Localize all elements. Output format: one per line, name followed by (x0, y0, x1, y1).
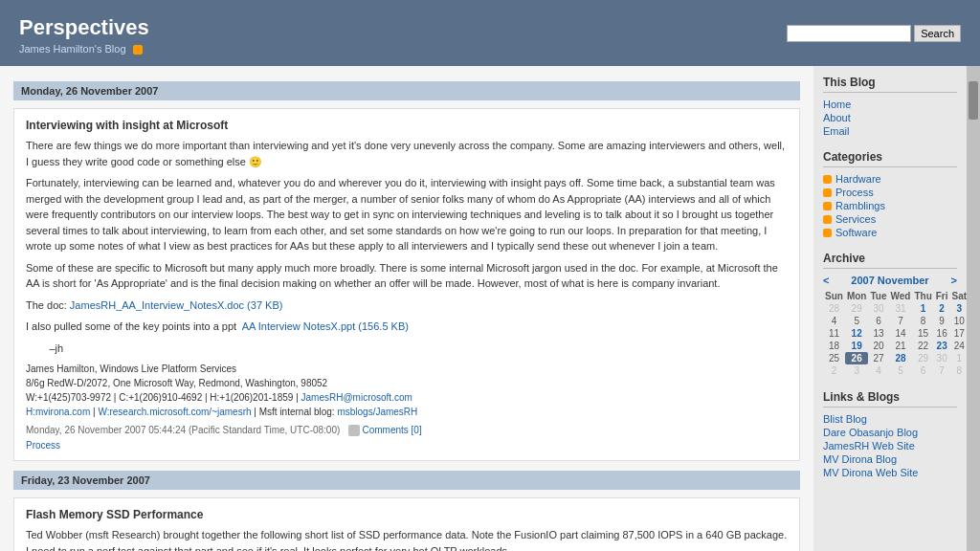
cat-link-services[interactable]: Services (835, 213, 876, 225)
main-layout: Monday, 26 November 2007 Interviewing wi… (0, 66, 980, 551)
sidebar-link-home[interactable]: Home (823, 99, 957, 110)
cal-day[interactable]: 28 (888, 352, 912, 364)
home-link[interactable]: H:mvirona.com (26, 407, 90, 417)
blog-link-blist[interactable]: Blist Blog (823, 413, 957, 425)
post-tags-1: Process (26, 440, 788, 451)
blog-link-jamesrh[interactable]: JamesRH Web Site (823, 440, 957, 452)
sidebar-link-email[interactable]: Email (823, 125, 957, 137)
cal-next-button[interactable]: > (951, 275, 957, 286)
cal-week-5: 25 26 27 28 29 30 1 (823, 352, 969, 364)
rss-icon-services (823, 215, 832, 224)
calendar-table: Sun Mon Tue Wed Thu Fri Sat 28 29 30 31 (823, 290, 969, 377)
archive-section: Archive < 2007 November > Sun Mon Tue We… (823, 252, 957, 377)
cal-day: 16 (934, 327, 950, 340)
cal-day: 5 (845, 315, 869, 327)
categories-heading: Categories (823, 150, 957, 167)
post-title-1: Interviewing with insight at Microsoft (26, 119, 788, 132)
contact-block: James Hamilton, Windows Live Platform Se… (26, 362, 788, 419)
cat-link-software[interactable]: Software (835, 227, 877, 238)
cat-services: Services (823, 213, 957, 225)
categories-section: Categories Hardware Process Ramblings Se… (823, 150, 957, 238)
cal-header-wed: Wed (888, 290, 912, 302)
calendar-nav: < 2007 November > (823, 275, 957, 286)
blog-link-mv-dirona[interactable]: MV Dirona Blog (823, 453, 957, 465)
cal-day: 15 (912, 327, 933, 340)
cal-day[interactable]: 2 (934, 302, 950, 315)
tag-process[interactable]: Process (26, 440, 60, 451)
cal-day[interactable]: 26 (845, 352, 869, 364)
cal-day: 29 (912, 352, 933, 364)
cal-day: 8 (912, 315, 933, 327)
cal-day: 20 (868, 340, 888, 352)
cal-day: 6 (868, 315, 888, 327)
cal-day: 4 (823, 315, 845, 327)
doc-link-1[interactable]: JamesRH_AA_Interview_NotesX.doc (37 KB) (70, 299, 283, 311)
cal-week-6: 2 3 4 5 6 7 8 (823, 364, 969, 377)
post-2: Flash Memory SSD Performance Ted Wobber … (13, 497, 800, 551)
this-blog-heading: This Blog (823, 76, 957, 93)
sidebar-link-about[interactable]: About (823, 112, 957, 123)
links-blogs-section: Links & Blogs Blist Blog Dare Obasanjo B… (823, 390, 957, 478)
post-body-2: Ted Wobber (msft Research) brought toget… (26, 527, 788, 551)
cal-day: 22 (912, 340, 933, 352)
cal-day: 30 (868, 302, 888, 315)
rss-icon-software (823, 229, 832, 237)
cal-day: 9 (934, 315, 950, 327)
links-blogs-heading: Links & Blogs (823, 390, 957, 408)
internal-blog-link[interactable]: msblogs/JamesRH (337, 407, 417, 417)
cal-day: 7 (888, 315, 912, 327)
cat-link-ramblings[interactable]: Ramblings (835, 200, 885, 211)
cal-day: 13 (868, 327, 888, 340)
cal-month-label: 2007 November (851, 275, 928, 286)
cal-day: 27 (868, 352, 888, 364)
cal-day[interactable]: 23 (934, 340, 950, 352)
search-button[interactable]: Search (914, 25, 961, 42)
cal-day: 29 (845, 302, 869, 315)
email-link[interactable]: JamesRH@microsoft.com (301, 392, 412, 403)
content-area: Monday, 26 November 2007 Interviewing wi… (0, 66, 813, 551)
cal-day: 3 (845, 364, 869, 377)
cal-day: 7 (934, 364, 950, 377)
rss-icon-hardware (823, 175, 832, 184)
cal-header-fri: Fri (934, 290, 950, 302)
ppt-link-1[interactable]: AA Interview NotesX.ppt (156.5 KB) (242, 320, 409, 332)
cal-day: 31 (888, 302, 912, 315)
scrollbar[interactable] (967, 66, 980, 551)
cal-day: 28 (823, 302, 845, 315)
rss-icon-process (823, 188, 832, 197)
archive-heading: Archive (823, 252, 957, 269)
header-branding: Perspectives James Hamilton's Blog (19, 15, 149, 55)
cal-day[interactable]: 19 (845, 340, 869, 352)
cal-header-mon: Mon (845, 290, 869, 302)
blog-link-mv-dirona-web[interactable]: MV Dirona Web Site (823, 467, 957, 478)
cal-day: 6 (912, 364, 933, 377)
date-header-1: Monday, 26 November 2007 (13, 81, 800, 100)
cal-day: 2 (823, 364, 845, 377)
cal-day[interactable]: 1 (912, 302, 933, 315)
comments-link-1[interactable]: Comments [0] (362, 425, 421, 435)
date-header-2: Friday, 23 November 2007 (13, 471, 800, 490)
scrollbar-thumb[interactable] (969, 81, 978, 120)
cat-link-hardware[interactable]: Hardware (835, 173, 881, 185)
cal-day: 14 (888, 327, 912, 340)
cal-header-thu: Thu (912, 290, 933, 302)
cal-prev-button[interactable]: < (823, 275, 829, 286)
cal-day: 21 (888, 340, 912, 352)
site-subtitle: James Hamilton's Blog (19, 43, 149, 55)
sidebar: This Blog Home About Email Categories Ha… (813, 66, 967, 551)
cal-day[interactable]: 12 (845, 327, 869, 340)
post-1: Interviewing with insight at Microsoft T… (13, 108, 800, 461)
cat-link-process[interactable]: Process (835, 187, 874, 198)
cat-software: Software (823, 227, 957, 238)
search-box: Search (787, 25, 961, 42)
cal-header-sun: Sun (823, 290, 845, 302)
blog-link-dare[interactable]: Dare Obasanjo Blog (823, 427, 957, 438)
cat-process: Process (823, 187, 957, 198)
cal-week-1: 28 29 30 31 1 2 3 (823, 302, 969, 315)
cal-day: 30 (934, 352, 950, 364)
search-input[interactable] (787, 25, 911, 42)
cal-day: 11 (823, 327, 845, 340)
research-link[interactable]: W:research.microsoft.com/~jamesrh (98, 407, 251, 417)
rss-icon[interactable] (133, 45, 143, 55)
header: Perspectives James Hamilton's Blog Searc… (0, 0, 980, 66)
